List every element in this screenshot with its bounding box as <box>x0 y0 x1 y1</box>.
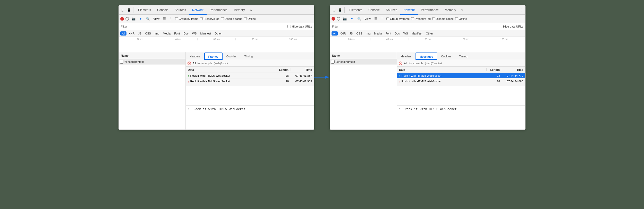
frames-row-1-left[interactable]: ↓ Rock it with HTML5 WebSocket 28 07:43:… <box>186 79 314 84</box>
filter-all-left[interactable]: All <box>120 31 126 36</box>
record-button-left[interactable] <box>120 17 124 21</box>
preserve-log-left[interactable]: Preserve log <box>200 17 219 20</box>
more-tabs-left[interactable]: » <box>248 8 254 12</box>
filter-manifest-left[interactable]: Manifest <box>199 31 213 36</box>
group-by-frame-right[interactable]: Group by frame <box>386 17 410 20</box>
search-button-left[interactable]: 🔍 <box>145 16 151 22</box>
record-button-right[interactable] <box>332 17 335 21</box>
arrow-svg <box>314 75 330 80</box>
frames-col-time-header-right: Time <box>502 68 525 71</box>
more-tabs-right[interactable]: » <box>459 8 465 12</box>
filter-media-left[interactable]: Media <box>161 31 172 36</box>
filter-css-left[interactable]: CSS <box>143 31 152 36</box>
frames-row-0-right[interactable]: ↑ Rock it with HTML5 WebSocket 28 07:44:… <box>397 73 525 79</box>
disable-cache-left[interactable]: Disable cache <box>221 17 242 20</box>
network-row-checkbox-left[interactable] <box>120 60 123 64</box>
cursor-icon-right[interactable]: ⬚ <box>331 7 337 13</box>
filter-img-right[interactable]: Img <box>364 31 372 36</box>
sub-tab-headers-right[interactable]: Headers <box>397 53 416 60</box>
filter-input-left[interactable] <box>121 25 285 28</box>
group-by-frame-left[interactable]: Group by frame <box>175 17 198 20</box>
stop-button-right[interactable] <box>337 17 340 21</box>
filter-ws-left[interactable]: WS <box>191 31 198 36</box>
dots-menu-left[interactable]: ⋮ <box>307 7 313 12</box>
network-row-left[interactable]: ?encoding=text <box>119 59 185 65</box>
tab-memory-left[interactable]: Memory <box>231 5 248 15</box>
hide-data-urls-left[interactable]: Hide data URLs <box>287 25 312 28</box>
filter-media-right[interactable]: Media <box>372 31 383 36</box>
arrow-up-0-right: ↑ <box>399 74 401 77</box>
filter-js-right[interactable]: JS <box>348 31 354 36</box>
stop-button-left[interactable] <box>125 17 129 21</box>
disable-cache-right[interactable]: Disable cache <box>432 17 454 20</box>
tab-sources-left[interactable]: Sources <box>172 5 189 15</box>
filter-xhr-right[interactable]: XHR <box>338 31 347 36</box>
tab-performance-right[interactable]: Performance <box>418 5 442 15</box>
network-row-right[interactable]: ?encoding=text <box>330 59 397 65</box>
sub-tab-frames-left[interactable]: Frames <box>204 53 223 60</box>
tab-performance-left[interactable]: Performance <box>207 5 231 15</box>
filter-input-right[interactable] <box>332 25 497 28</box>
phone-icon-right[interactable]: 📱 <box>337 7 343 13</box>
tab-network-right[interactable]: Network <box>400 5 418 15</box>
filter-font-left[interactable]: Font <box>173 31 181 36</box>
tab-sources-right[interactable]: Sources <box>383 5 400 15</box>
filter-doc-right[interactable]: Doc <box>393 31 401 36</box>
hide-data-urls-right[interactable]: Hide data URLs <box>499 25 523 28</box>
search-button-right[interactable]: 🔍 <box>356 16 362 22</box>
offline-left[interactable]: Offline <box>244 17 256 20</box>
view-label-left: View: <box>153 17 160 20</box>
tab-console-left[interactable]: Console <box>154 5 172 15</box>
sub-tab-messages-right[interactable]: Messages <box>416 53 437 60</box>
filter-all-right[interactable]: All <box>332 31 338 36</box>
sub-filter-all-label-right: All <box>404 62 407 65</box>
tab-memory-right[interactable]: Memory <box>442 5 459 15</box>
tree-view-left[interactable]: ⋮ <box>168 16 174 22</box>
filter-other-left[interactable]: Other <box>213 31 223 36</box>
preserve-log-right[interactable]: Preserve log <box>411 17 431 20</box>
tab-elements-right[interactable]: Elements <box>346 5 365 15</box>
list-view-left[interactable]: ☰ <box>162 16 167 22</box>
screenshot-button-left[interactable]: 📷 <box>131 16 136 22</box>
col-name-header-left: Name <box>119 54 185 57</box>
tab-console-right[interactable]: Console <box>365 5 383 15</box>
sub-tab-timing-right[interactable]: Timing <box>455 53 471 60</box>
message-detail-right: 1 Rock it with HTML5 WebSocket <box>397 105 525 129</box>
tab-network-left[interactable]: Network <box>189 5 207 15</box>
offline-right[interactable]: Offline <box>455 17 467 20</box>
screenshot-button-right[interactable]: 📷 <box>342 16 348 22</box>
frames-row-1-data-left: ↓ Rock it with HTML5 WebSocket <box>186 80 275 83</box>
frames-row-1-right[interactable]: ↓ Rock it with HTML5 WebSocket 28 07:44:… <box>397 79 525 84</box>
nav-toolbar-left: ⬚ 📱 Elements Console Sources Network Per… <box>119 5 314 15</box>
filter-xhr-left[interactable]: XHR <box>127 31 136 36</box>
filter-img-left[interactable]: Img <box>153 31 161 36</box>
frames-row-1-data-right: ↓ Rock it with HTML5 WebSocket <box>397 80 487 83</box>
frames-row-0-data-right: ↑ Rock it with HTML5 WebSocket <box>397 74 487 77</box>
filter-font-right[interactable]: Font <box>384 31 393 36</box>
sub-filter-bar-left: 🚫 All <box>186 60 314 67</box>
phone-icon[interactable]: 📱 <box>126 7 132 13</box>
table-header-left: Name <box>119 52 185 59</box>
filter-ws-right[interactable]: WS <box>402 31 410 36</box>
filter-js-left[interactable]: JS <box>137 31 143 36</box>
sub-tab-cookies-left[interactable]: Cookies <box>223 53 241 60</box>
filter-other-right[interactable]: Other <box>424 31 435 36</box>
sub-filter-input-left[interactable] <box>197 62 312 65</box>
filter-css-right[interactable]: CSS <box>355 31 364 36</box>
tree-view-right[interactable]: ⋮ <box>379 16 385 22</box>
sub-tab-timing-left[interactable]: Timing <box>240 53 257 60</box>
sub-tab-cookies-right[interactable]: Cookies <box>437 53 455 60</box>
cursor-icon[interactable]: ⬚ <box>120 7 125 13</box>
sub-tab-headers-left[interactable]: Headers <box>186 53 204 60</box>
filter-types-left: All XHR JS CSS Img Media Font Doc WS Man… <box>119 30 314 37</box>
dots-menu-right[interactable]: ⋮ <box>518 7 524 12</box>
filter-manifest-right[interactable]: Manifest <box>410 31 424 36</box>
list-view-right[interactable]: ☰ <box>373 16 379 22</box>
network-row-checkbox-right[interactable] <box>331 60 335 64</box>
sub-filter-input-right[interactable] <box>409 62 524 65</box>
filter-doc-left[interactable]: Doc <box>182 31 190 36</box>
filter-button-left[interactable]: ▼ <box>138 16 143 22</box>
filter-button-right[interactable]: ▼ <box>349 16 355 22</box>
frames-row-0-left[interactable]: ↑ Rock it with HTML5 WebSocket 28 07:43:… <box>186 73 314 79</box>
tab-elements-left[interactable]: Elements <box>135 5 154 15</box>
